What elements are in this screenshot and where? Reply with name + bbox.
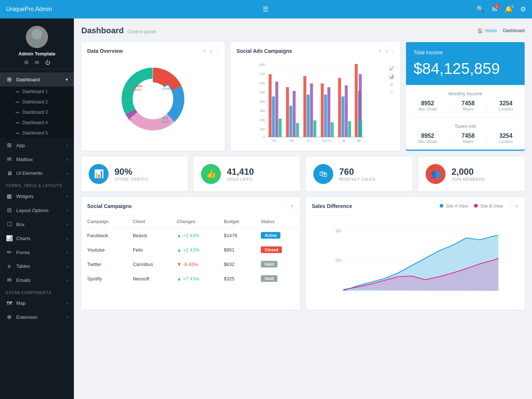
sidebar-item-dashboard[interactable]: ⊞ Dashboard ▾ — [0, 72, 74, 86]
top-navigation: UniquePro Admin ☰ 🔍 ✉ 1 🔔 1 ⚙ — [0, 0, 532, 18]
sidebar-item-box[interactable]: ☐ Box › — [0, 217, 74, 231]
chart-type-grid-icon[interactable]: ⊞ — [390, 82, 393, 87]
sidebar-item-ui-elements[interactable]: 🖥 UI Elements › — [0, 166, 74, 180]
sidebar-item-emails[interactable]: ✉ Emails › — [0, 273, 74, 287]
svg-rect-54 — [348, 121, 351, 137]
svg-rect-58 — [359, 120, 362, 137]
sidebar-sub-item-dashboard5[interactable]: ••• Dashboard 5 — [0, 128, 74, 138]
change-value: ▲ +1.43% — [171, 243, 218, 257]
svg-rect-41 — [293, 91, 296, 137]
search-icon[interactable]: 🔍 — [476, 5, 484, 13]
bar-chart-area: 800 700 600 500 400 300 200 100 0 — [236, 58, 386, 145]
col-client: Client — [127, 215, 171, 228]
dashboard-arrow: ▾ — [66, 77, 68, 82]
sidebar-nav: ⊞ Dashboard ▾ ••• Dashboard 1 ••• Dashbo… — [0, 69, 74, 327]
svg-text:OT: OT — [126, 114, 131, 117]
status-badge: Hold — [261, 275, 277, 282]
campaigns-close-icon[interactable]: ✕ — [290, 204, 294, 209]
svg-text:BE: BE — [357, 139, 361, 143]
client-name: Cannibus — [127, 257, 171, 272]
city-value: 3254 — [499, 133, 513, 139]
campaigns-table-header: Social Campaigns − ✕ — [81, 197, 300, 215]
svg-rect-47 — [321, 83, 324, 137]
budget-value: $632 — [218, 257, 255, 272]
profile-mail-icon[interactable]: ✉ — [35, 59, 39, 65]
campaigns-minimize-icon[interactable]: − — [284, 204, 287, 209]
mail-icon[interactable]: ✉ 1 — [492, 5, 497, 13]
sidebar-sub-item-dashboard3[interactable]: ••• Dashboard 3 — [0, 107, 74, 117]
svg-text:32.97: 32.97 — [161, 120, 170, 124]
city-miami-monthly: 7458 Miami — [461, 100, 475, 111]
city-name: Abu Dhabi — [418, 139, 437, 144]
social-ads-minimize-icon[interactable]: − — [392, 48, 395, 54]
sidebar-sub-item-dashboard2[interactable]: ••• Dashboard 2 — [0, 97, 74, 107]
sales-close-icon[interactable]: ✕ — [515, 204, 519, 209]
sidebar-item-mailbox[interactable]: ✉ Mailbox › — [0, 152, 74, 166]
sidebar-item-widgets[interactable]: ▦ Widgets › — [0, 189, 74, 203]
sidebar-item-dashboard-label: Dashboard — [16, 77, 40, 82]
sales-header: Sales Difference Site A View Site B View — [306, 197, 525, 215]
sidebar-item-forms[interactable]: ✏ Forms › — [0, 245, 74, 259]
svg-rect-55 — [355, 64, 358, 137]
nav-right: 🔍 ✉ 1 🔔 1 ⚙ — [476, 5, 526, 13]
status-badge: Active — [261, 232, 280, 239]
taxes-title: Taxes info — [412, 123, 519, 129]
bar-chart: 800 700 600 500 400 300 200 100 0 — [236, 58, 386, 143]
svg-rect-44 — [307, 95, 310, 137]
social-ads-card: Social Ads Campaigns ✕ ∧ − 800 700 600 — [231, 42, 400, 151]
svg-rect-46 — [313, 120, 316, 137]
social-ads-collapse-icon[interactable]: ∧ — [385, 48, 389, 54]
chart-type-line-icon[interactable]: 📊 — [389, 74, 394, 79]
donut-chart-svg: Heart 18.22% OPD 19.88% ICU 32.97 OT 3% — [116, 62, 190, 136]
stats-row: 📊 90% STORE TRAFFIC 👍 41,410 USER LIKES — [81, 157, 525, 191]
city-divider — [449, 100, 450, 111]
client-name: Neosoft — [127, 272, 171, 286]
ui-icon: 🖥 — [6, 170, 13, 176]
close-icon[interactable]: ✕ — [202, 48, 207, 54]
sidebar-item-layout[interactable]: ⊟ Layout Options › — [0, 203, 74, 217]
change-value: ▼ -8.43% — [171, 257, 218, 272]
shopping-bag-icon: 🛍 — [319, 169, 327, 179]
breadcrumb-separator: › — [499, 28, 501, 33]
chart-type-bar-icon[interactable]: 📈 — [389, 66, 394, 71]
data-overview-card: Data Overview ✕ ∧ − — [81, 42, 225, 151]
profile-settings-icon[interactable]: ⚙ — [24, 59, 29, 65]
dashboard-icon: ⊞ — [6, 76, 13, 83]
minimize-icon[interactable]: − — [216, 48, 219, 54]
sales-minimize-icon[interactable]: − — [509, 204, 512, 209]
sidebar-sub-dashboard: ••• Dashboard 1 ••• Dashboard 2 ••• Dash… — [0, 86, 74, 138]
bottom-row: Social Campaigns − ✕ Campaign Client Cha… — [81, 197, 525, 310]
city-abu-dhabi-monthly: 8952 Abu Dhabi — [418, 100, 437, 111]
settings-icon[interactable]: ⚙ — [520, 5, 526, 13]
svg-text:OPD: OPD — [164, 83, 171, 87]
profile-icons: ⚙ ✉ ⏻ — [4, 59, 70, 65]
sidebar-sub-item-dashboard1[interactable]: ••• Dashboard 1 — [0, 86, 74, 97]
city-divider — [487, 100, 487, 111]
svg-point-0 — [32, 29, 42, 39]
city-value: 8952 — [418, 133, 437, 139]
bell-icon[interactable]: 🔔 1 — [505, 5, 513, 13]
status-value: Closed — [255, 243, 300, 257]
city-value: 8952 — [418, 100, 437, 107]
profile-name: Admin Template — [4, 51, 70, 57]
sidebar-item-charts[interactable]: 📊 Charts › — [0, 231, 74, 245]
sidebar-item-app[interactable]: ⊞ App › — [0, 138, 74, 152]
breadcrumb-home[interactable]: Home — [485, 28, 497, 33]
svg-rect-52 — [341, 96, 344, 137]
svg-text:18.22%: 18.22% — [130, 88, 141, 92]
sidebar-item-map[interactable]: 🗺 Map › — [0, 296, 74, 310]
sidebar-sub-item-dashboard4[interactable]: ••• Dashboard 4 — [0, 117, 74, 128]
profile-power-icon[interactable]: ⏻ — [45, 59, 50, 65]
hamburger-icon[interactable]: ☰ — [263, 5, 269, 13]
charts-icon: 📊 — [6, 235, 13, 242]
data-overview-actions: ✕ ∧ − — [202, 48, 219, 54]
collapse-icon[interactable]: ∧ — [209, 48, 213, 54]
chart-refresh-icon[interactable]: ↻ — [390, 90, 393, 95]
sidebar-item-tables[interactable]: ≡ Tables › — [0, 259, 74, 273]
income-value: $84,125,859 — [413, 60, 517, 78]
map-icon: 🗺 — [6, 300, 13, 306]
social-ads-actions: ✕ ∧ − — [378, 48, 395, 54]
box-icon: ☐ — [6, 221, 13, 228]
social-ads-close-icon[interactable]: ✕ — [378, 48, 382, 54]
sidebar-item-extension[interactable]: ⊕ Extension › — [0, 310, 74, 324]
